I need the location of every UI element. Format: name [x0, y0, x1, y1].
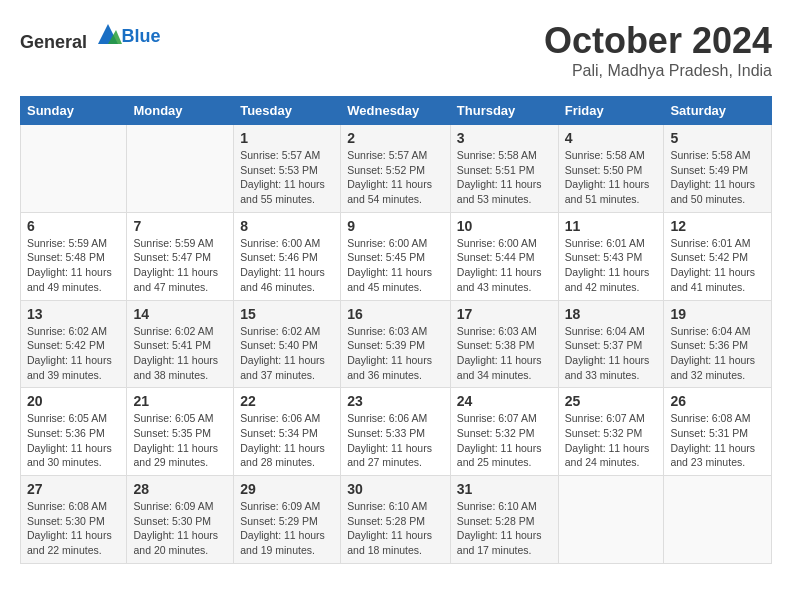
day-number: 6 — [27, 218, 120, 234]
day-number: 23 — [347, 393, 444, 409]
calendar-cell: 1Sunrise: 5:57 AM Sunset: 5:53 PM Daylig… — [234, 125, 341, 213]
calendar-cell — [664, 476, 772, 564]
column-header-monday: Monday — [127, 97, 234, 125]
column-header-thursday: Thursday — [450, 97, 558, 125]
day-detail: Sunrise: 5:58 AM Sunset: 5:49 PM Dayligh… — [670, 148, 765, 207]
day-number: 26 — [670, 393, 765, 409]
day-number: 20 — [27, 393, 120, 409]
day-detail: Sunrise: 5:59 AM Sunset: 5:47 PM Dayligh… — [133, 236, 227, 295]
day-number: 11 — [565, 218, 658, 234]
calendar-cell: 17Sunrise: 6:03 AM Sunset: 5:38 PM Dayli… — [450, 300, 558, 388]
week-row-5: 27Sunrise: 6:08 AM Sunset: 5:30 PM Dayli… — [21, 476, 772, 564]
day-number: 18 — [565, 306, 658, 322]
calendar-cell: 3Sunrise: 5:58 AM Sunset: 5:51 PM Daylig… — [450, 125, 558, 213]
calendar-cell: 25Sunrise: 6:07 AM Sunset: 5:32 PM Dayli… — [558, 388, 664, 476]
day-number: 21 — [133, 393, 227, 409]
day-number: 22 — [240, 393, 334, 409]
calendar-cell: 30Sunrise: 6:10 AM Sunset: 5:28 PM Dayli… — [341, 476, 451, 564]
day-number: 19 — [670, 306, 765, 322]
day-number: 13 — [27, 306, 120, 322]
logo: General Blue — [20, 20, 161, 53]
calendar-cell — [127, 125, 234, 213]
logo-icon — [94, 20, 122, 48]
day-detail: Sunrise: 6:08 AM Sunset: 5:31 PM Dayligh… — [670, 411, 765, 470]
day-number: 30 — [347, 481, 444, 497]
calendar-table: SundayMondayTuesdayWednesdayThursdayFrid… — [20, 96, 772, 564]
calendar-cell: 22Sunrise: 6:06 AM Sunset: 5:34 PM Dayli… — [234, 388, 341, 476]
calendar-cell: 12Sunrise: 6:01 AM Sunset: 5:42 PM Dayli… — [664, 212, 772, 300]
day-number: 17 — [457, 306, 552, 322]
calendar-cell: 7Sunrise: 5:59 AM Sunset: 5:47 PM Daylig… — [127, 212, 234, 300]
day-detail: Sunrise: 6:10 AM Sunset: 5:28 PM Dayligh… — [347, 499, 444, 558]
calendar-header-row: SundayMondayTuesdayWednesdayThursdayFrid… — [21, 97, 772, 125]
day-number: 7 — [133, 218, 227, 234]
day-detail: Sunrise: 6:03 AM Sunset: 5:38 PM Dayligh… — [457, 324, 552, 383]
week-row-2: 6Sunrise: 5:59 AM Sunset: 5:48 PM Daylig… — [21, 212, 772, 300]
day-detail: Sunrise: 6:00 AM Sunset: 5:45 PM Dayligh… — [347, 236, 444, 295]
calendar-cell: 19Sunrise: 6:04 AM Sunset: 5:36 PM Dayli… — [664, 300, 772, 388]
day-number: 27 — [27, 481, 120, 497]
column-header-sunday: Sunday — [21, 97, 127, 125]
calendar-cell: 13Sunrise: 6:02 AM Sunset: 5:42 PM Dayli… — [21, 300, 127, 388]
calendar-cell: 15Sunrise: 6:02 AM Sunset: 5:40 PM Dayli… — [234, 300, 341, 388]
day-detail: Sunrise: 6:00 AM Sunset: 5:46 PM Dayligh… — [240, 236, 334, 295]
day-detail: Sunrise: 6:07 AM Sunset: 5:32 PM Dayligh… — [565, 411, 658, 470]
day-detail: Sunrise: 6:05 AM Sunset: 5:35 PM Dayligh… — [133, 411, 227, 470]
column-header-wednesday: Wednesday — [341, 97, 451, 125]
calendar-cell — [21, 125, 127, 213]
day-detail: Sunrise: 6:02 AM Sunset: 5:40 PM Dayligh… — [240, 324, 334, 383]
calendar-cell: 18Sunrise: 6:04 AM Sunset: 5:37 PM Dayli… — [558, 300, 664, 388]
day-detail: Sunrise: 6:03 AM Sunset: 5:39 PM Dayligh… — [347, 324, 444, 383]
day-number: 1 — [240, 130, 334, 146]
day-number: 5 — [670, 130, 765, 146]
calendar-cell: 16Sunrise: 6:03 AM Sunset: 5:39 PM Dayli… — [341, 300, 451, 388]
calendar-cell — [558, 476, 664, 564]
page-header: General Blue October 2024 Pali, Madhya P… — [20, 20, 772, 80]
month-title: October 2024 — [544, 20, 772, 62]
logo-blue: Blue — [122, 26, 161, 46]
day-detail: Sunrise: 5:57 AM Sunset: 5:53 PM Dayligh… — [240, 148, 334, 207]
day-detail: Sunrise: 6:05 AM Sunset: 5:36 PM Dayligh… — [27, 411, 120, 470]
day-detail: Sunrise: 5:58 AM Sunset: 5:51 PM Dayligh… — [457, 148, 552, 207]
column-header-saturday: Saturday — [664, 97, 772, 125]
day-detail: Sunrise: 6:02 AM Sunset: 5:41 PM Dayligh… — [133, 324, 227, 383]
week-row-3: 13Sunrise: 6:02 AM Sunset: 5:42 PM Dayli… — [21, 300, 772, 388]
day-number: 29 — [240, 481, 334, 497]
day-detail: Sunrise: 6:06 AM Sunset: 5:34 PM Dayligh… — [240, 411, 334, 470]
day-number: 4 — [565, 130, 658, 146]
location-title: Pali, Madhya Pradesh, India — [544, 62, 772, 80]
day-number: 10 — [457, 218, 552, 234]
day-detail: Sunrise: 5:58 AM Sunset: 5:50 PM Dayligh… — [565, 148, 658, 207]
calendar-cell: 24Sunrise: 6:07 AM Sunset: 5:32 PM Dayli… — [450, 388, 558, 476]
calendar-cell: 31Sunrise: 6:10 AM Sunset: 5:28 PM Dayli… — [450, 476, 558, 564]
day-number: 8 — [240, 218, 334, 234]
day-number: 9 — [347, 218, 444, 234]
day-number: 28 — [133, 481, 227, 497]
day-detail: Sunrise: 6:10 AM Sunset: 5:28 PM Dayligh… — [457, 499, 552, 558]
day-detail: Sunrise: 6:04 AM Sunset: 5:37 PM Dayligh… — [565, 324, 658, 383]
day-detail: Sunrise: 6:01 AM Sunset: 5:42 PM Dayligh… — [670, 236, 765, 295]
day-number: 3 — [457, 130, 552, 146]
calendar-cell: 20Sunrise: 6:05 AM Sunset: 5:36 PM Dayli… — [21, 388, 127, 476]
day-detail: Sunrise: 6:00 AM Sunset: 5:44 PM Dayligh… — [457, 236, 552, 295]
day-detail: Sunrise: 6:08 AM Sunset: 5:30 PM Dayligh… — [27, 499, 120, 558]
calendar-cell: 10Sunrise: 6:00 AM Sunset: 5:44 PM Dayli… — [450, 212, 558, 300]
calendar-cell: 28Sunrise: 6:09 AM Sunset: 5:30 PM Dayli… — [127, 476, 234, 564]
day-detail: Sunrise: 6:06 AM Sunset: 5:33 PM Dayligh… — [347, 411, 444, 470]
day-number: 25 — [565, 393, 658, 409]
column-header-tuesday: Tuesday — [234, 97, 341, 125]
day-number: 15 — [240, 306, 334, 322]
calendar-cell: 26Sunrise: 6:08 AM Sunset: 5:31 PM Dayli… — [664, 388, 772, 476]
calendar-cell: 2Sunrise: 5:57 AM Sunset: 5:52 PM Daylig… — [341, 125, 451, 213]
calendar-cell: 6Sunrise: 5:59 AM Sunset: 5:48 PM Daylig… — [21, 212, 127, 300]
day-number: 12 — [670, 218, 765, 234]
calendar-cell: 9Sunrise: 6:00 AM Sunset: 5:45 PM Daylig… — [341, 212, 451, 300]
title-block: October 2024 Pali, Madhya Pradesh, India — [544, 20, 772, 80]
week-row-1: 1Sunrise: 5:57 AM Sunset: 5:53 PM Daylig… — [21, 125, 772, 213]
calendar-cell: 14Sunrise: 6:02 AM Sunset: 5:41 PM Dayli… — [127, 300, 234, 388]
calendar-cell: 29Sunrise: 6:09 AM Sunset: 5:29 PM Dayli… — [234, 476, 341, 564]
calendar-cell: 8Sunrise: 6:00 AM Sunset: 5:46 PM Daylig… — [234, 212, 341, 300]
calendar-cell: 23Sunrise: 6:06 AM Sunset: 5:33 PM Dayli… — [341, 388, 451, 476]
calendar-cell: 5Sunrise: 5:58 AM Sunset: 5:49 PM Daylig… — [664, 125, 772, 213]
day-detail: Sunrise: 6:09 AM Sunset: 5:30 PM Dayligh… — [133, 499, 227, 558]
